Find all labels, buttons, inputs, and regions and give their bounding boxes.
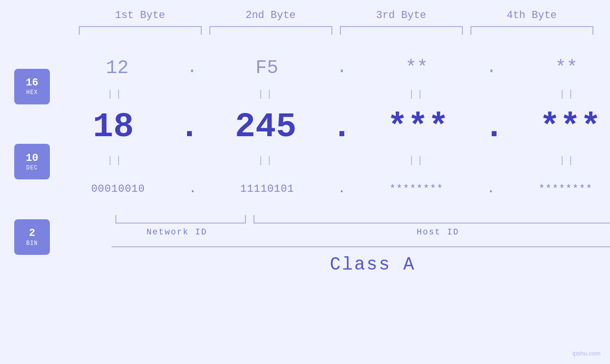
hex-cell-2: F5 xyxy=(199,57,334,79)
dec-row: 18 . 245 . *** . *** xyxy=(50,101,610,153)
bin-dot-1: . xyxy=(186,182,199,196)
bracket-4 xyxy=(470,26,593,35)
eq-4: || xyxy=(502,89,610,100)
hex-cell-1: 12 xyxy=(50,57,185,79)
grid-area: 12 . F5 . ** . ** || || || || 18 xyxy=(50,49,610,275)
bin-dot-3: . xyxy=(485,182,497,196)
byte-header-2: 2nd Byte xyxy=(206,9,336,21)
dec-dot-1: . xyxy=(177,110,202,144)
network-bracket xyxy=(115,215,246,224)
bin-cell-1: 00010010 xyxy=(50,183,186,195)
bin-row: 00010010 . 11110101 . ******** . *******… xyxy=(50,168,610,210)
host-id-label: Host ID xyxy=(242,227,610,237)
main-container: 1st Byte 2nd Byte 3rd Byte 4th Byte 16 H… xyxy=(0,0,610,364)
class-label: Class A xyxy=(330,254,416,275)
hex-dot-1: . xyxy=(185,59,200,76)
byte-header-4: 4th Byte xyxy=(467,9,597,21)
bin-dot-2: . xyxy=(336,182,348,196)
bin-cell-2: 11110101 xyxy=(199,183,335,195)
hex-badge: 16 HEX xyxy=(14,69,50,104)
bottom-brackets xyxy=(112,215,610,224)
class-row: Class A xyxy=(112,246,610,275)
hex-cell-3: ** xyxy=(349,57,484,79)
network-id-label: Network ID xyxy=(112,227,242,237)
dec-cell-3: *** xyxy=(355,108,482,147)
equals-row-2: || || || || xyxy=(50,153,610,168)
hex-badge-label: HEX xyxy=(26,89,38,96)
eq2-1: || xyxy=(50,155,182,166)
bin-badge-label: BIN xyxy=(26,240,38,247)
bracket-1 xyxy=(79,26,202,35)
hex-row: 12 . F5 . ** . ** xyxy=(50,49,610,87)
bin-cell-3: ******** xyxy=(348,183,484,195)
bottom-section: Network ID Host ID xyxy=(112,215,610,237)
dec-badge: 10 DEC xyxy=(14,144,50,179)
top-brackets xyxy=(75,26,597,35)
eq2-4: || xyxy=(502,155,610,166)
eq-2: || xyxy=(201,89,333,100)
dec-badge-label: DEC xyxy=(26,165,38,171)
dec-cell-2: 245 xyxy=(202,108,329,147)
hex-dot-3: . xyxy=(484,59,499,76)
bracket-3 xyxy=(340,26,463,35)
dec-dot-3: . xyxy=(481,110,507,144)
eq2-2: || xyxy=(201,155,333,166)
eq2-3: || xyxy=(351,155,483,166)
dec-badge-number: 10 xyxy=(26,152,38,165)
bin-cell-4: ******** xyxy=(497,183,610,195)
bracket-2 xyxy=(209,26,332,35)
bin-badge-number: 2 xyxy=(29,227,35,240)
byte-header-3: 3rd Byte xyxy=(336,9,467,21)
dec-cell-1: 18 xyxy=(50,108,177,147)
id-labels: Network ID Host ID xyxy=(112,227,610,237)
badges-column: 16 HEX 10 DEC 2 BIN xyxy=(0,49,50,275)
content-area: 16 HEX 10 DEC 2 BIN 12 . F5 . ** . ** xyxy=(0,49,610,275)
hex-badge-number: 16 xyxy=(26,77,38,89)
equals-row-1: || || || || xyxy=(50,87,610,101)
eq-3: || xyxy=(351,89,483,100)
byte-header-1: 1st Byte xyxy=(75,9,206,21)
dec-dot-2: . xyxy=(329,110,354,144)
hex-cell-4: ** xyxy=(499,57,610,79)
dec-cell-4: *** xyxy=(507,108,610,147)
eq-1: || xyxy=(50,89,182,100)
host-bracket xyxy=(253,215,610,224)
watermark: ipshu.com xyxy=(572,350,601,357)
bin-badge: 2 BIN xyxy=(14,219,50,255)
byte-headers: 1st Byte 2nd Byte 3rd Byte 4th Byte xyxy=(75,9,597,21)
hex-dot-2: . xyxy=(334,59,349,76)
